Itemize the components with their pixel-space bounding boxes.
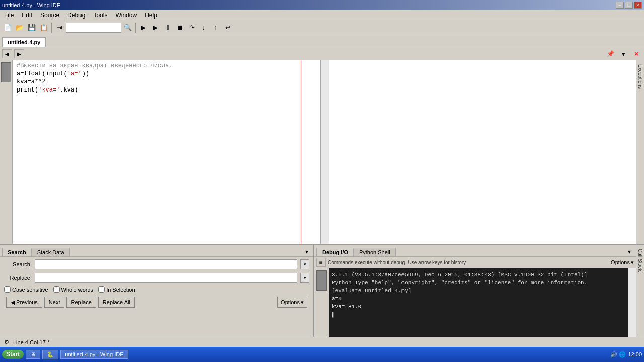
whole-words-label: Whole words [61,287,94,293]
sys-clock: 12:00 [628,351,642,357]
code-editor[interactable]: #Вывести на экран квадрат введенного чис… [13,60,320,244]
left-gutter [0,60,13,244]
toolbar-search-btn[interactable]: 🔍 [122,22,133,33]
taskbar-wingide[interactable]: untitled-4.py - Wing IDE [60,350,128,359]
open-button[interactable]: 📂 [14,22,25,33]
toolbar: 📄 📂 💾 📋 ⇥ 🔍 ▶ ▶ ⏸ ⏹ ↷ ↓ ↑ ↩ [0,20,644,35]
exceptions-side-panel[interactable]: Exceptions [636,60,644,244]
nav-back-button[interactable]: ◀ [2,49,12,58]
maximize-button[interactable]: □ [625,2,633,9]
search-tab-label: Search [8,249,26,255]
menu-tools[interactable]: Tools [90,11,110,20]
search-row: Search: ▾ [4,259,309,270]
menu-source[interactable]: Source [37,11,62,20]
pin-button[interactable]: 📌 [605,48,616,59]
debug-options-button[interactable]: Options ▾ [611,259,634,266]
menu-window[interactable]: Window [112,11,140,20]
debug-tab-dropdown[interactable]: ▾ [625,247,634,256]
code-string-4: 'kva=' [38,86,60,94]
debug-shell-label: Python Shell [359,249,390,255]
debug-line-5: kva= 81.0 [332,303,625,311]
search-input[interactable] [35,259,297,269]
save-as-button[interactable]: 📋 [38,22,49,33]
nav-forward-button[interactable]: ▶ [14,49,24,58]
taskbar-item-1[interactable]: 🖥 [26,350,40,359]
status-text: Line 4 Col 17 * [13,339,49,345]
in-selection-checkbox[interactable] [98,286,105,293]
replace-button[interactable]: Replace [66,297,96,308]
next-button[interactable]: Next [44,297,65,308]
step-into-button[interactable]: ↓ [198,22,209,33]
search-tab-stack[interactable]: Stack Data [32,248,70,256]
pause-button[interactable]: ⏸ [162,22,173,33]
stop-button[interactable]: ⏹ [174,22,185,33]
debug-tb-icon[interactable]: ≡ [316,258,326,267]
editor-scrollbar[interactable] [320,60,329,244]
replace-input[interactable] [35,273,297,283]
whole-words-option[interactable]: Whole words [53,286,94,293]
menu-help[interactable]: Help [142,11,160,20]
call-stack-panel[interactable]: Call Stack [636,245,644,337]
run2-button[interactable]: ▶ [150,22,161,33]
step-out2-button[interactable]: ↩ [222,22,233,33]
debug-header-text: Commands execute without debug. Use arro… [328,260,609,265]
case-sensitive-option[interactable]: Case sensitive [4,286,48,293]
search-tab-dropdown[interactable]: ▾ [302,247,311,256]
menu-edit[interactable]: Edit [19,11,35,20]
editor-tab-main[interactable]: untitled-4.py [2,37,46,47]
code-line-3: kva=a**2 [17,78,316,86]
replace-all-button[interactable]: Replace All [98,297,135,308]
sys-tray-icons: 🔊 🌐 [610,351,626,358]
step-out-button[interactable]: ↑ [210,22,221,33]
code-keyword-2: a=float(input( [17,70,67,77]
save-button[interactable]: 💾 [26,22,37,33]
in-selection-option[interactable]: In Selection [98,286,135,293]
search-buttons-row: ◀ Previous Next Replace Replace All [6,297,135,308]
search-tabs: Search Stack Data ▾ [0,245,313,257]
new-button[interactable]: 📄 [2,22,13,33]
minimize-button[interactable]: − [616,2,624,9]
debug-output[interactable]: 3.5.1 (v3.5.1:37a07cee5969, Dec 6 2015, … [329,268,628,337]
taskbar-item-2[interactable]: 🐍 [42,350,58,359]
taskbar: Start 🖥 🐍 untitled-4.py - Wing IDE 🔊 🌐 1… [0,347,644,362]
menu-debug[interactable]: Debug [64,11,88,20]
debug-line-1: 3.5.1 (v3.5.1:37a07cee5969, Dec 6 2015, … [332,270,625,279]
sep2 [135,23,136,33]
previous-button[interactable]: ◀ Previous [6,297,42,308]
indent-button[interactable]: ⇥ [54,22,65,33]
editor-tab-label: untitled-4.py [8,39,40,45]
stack-tab-label: Stack Data [37,249,64,255]
title-text: untitled-4.py - Wing IDE [2,2,60,8]
start-button[interactable]: Start [2,350,24,359]
step-over-button[interactable]: ↷ [186,22,197,33]
code-string-2: 'a=' [67,70,82,77]
search-dropdown-btn[interactable]: ▾ [300,259,309,269]
editor-wrapper: #Вывести на экран квадрат введенного чис… [13,60,320,244]
close-button[interactable]: ✕ [634,2,642,9]
main-editor-section: #Вывести на экран квадрат введенного чис… [0,60,644,244]
case-sensitive-checkbox[interactable] [4,286,11,293]
toolbar-search-input[interactable] [66,23,121,33]
in-selection-label: In Selection [106,287,135,293]
debug-line-3: [evaluate untitled-4.py] [332,287,625,295]
debug-options-chevron: ▾ [631,259,634,266]
search-tab-search[interactable]: Search [2,248,32,256]
debug-tab-io[interactable]: Debug I/O [316,248,354,256]
scroll-down-button[interactable]: ▾ [618,48,629,59]
status-icon: ⚙ [4,339,9,345]
menu-file[interactable]: File [1,11,17,20]
options-button[interactable]: Options ▾ [277,297,307,308]
debug-io-label: Debug I/O [322,249,348,255]
sys-tray: 🔊 🌐 12:00 [610,351,642,358]
call-stack-label: Call Stack [637,249,643,272]
close-editor-button[interactable]: ✕ [631,48,642,59]
debug-tab-shell[interactable]: Python Shell [354,248,396,256]
code-line-4: print('kva=',kva) [17,86,316,95]
nav-arrows: ◀ ▶ 📌 ▾ ✕ [0,47,644,60]
replace-label: Replace: [4,275,32,281]
run-button[interactable]: ▶ [138,22,149,33]
whole-words-checkbox[interactable] [53,286,60,293]
debug-scrollbar[interactable] [628,268,636,337]
replace-dropdown-btn[interactable]: ▾ [300,273,309,283]
sep1 [51,23,52,33]
